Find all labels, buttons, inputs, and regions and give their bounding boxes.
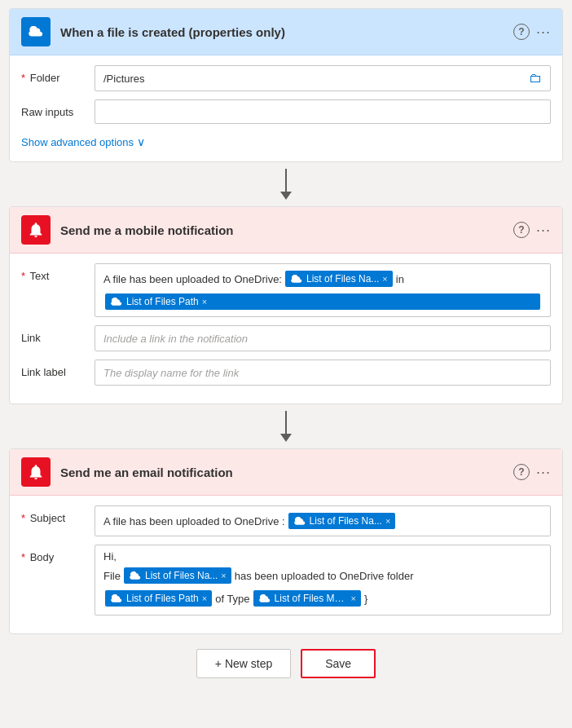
onedrive-icon-body1 xyxy=(129,569,142,582)
save-button[interactable]: Save xyxy=(301,649,376,678)
arrow-line-1 xyxy=(285,169,287,192)
chip-body-close-2[interactable]: × xyxy=(202,593,207,603)
body-line-3: List of Files Path × of Type List of Fil… xyxy=(103,589,542,608)
trigger-icon xyxy=(21,17,51,46)
show-advanced-button[interactable]: Show advanced options ∨ xyxy=(21,132,145,152)
email-notification-actions: ? ··· xyxy=(513,464,551,481)
subject-label: * Subject xyxy=(21,505,95,524)
text-field-label: * Text xyxy=(21,263,95,282)
body-line-2: File List of Files Na... × has been uplo… xyxy=(103,566,542,585)
body-field-row: * Body Hi, File xyxy=(21,545,551,615)
mobile-notification-menu-icon[interactable]: ··· xyxy=(536,222,551,239)
chip-close-1[interactable]: × xyxy=(382,274,387,284)
body-uploaded: has been uploaded to OneDrive folder xyxy=(235,570,414,582)
arrow-connector-1 xyxy=(280,162,292,206)
body-close-brace: } xyxy=(364,593,367,605)
body-of-type: of Type xyxy=(215,593,249,605)
mobile-notification-help-icon[interactable]: ? xyxy=(513,222,530,238)
raw-inputs-input[interactable] xyxy=(95,99,551,124)
email-notification-menu-icon[interactable]: ··· xyxy=(536,464,551,481)
trigger-title: When a file is created (properties only) xyxy=(60,25,513,39)
folder-label: * Folder xyxy=(21,65,95,84)
trigger-menu-icon[interactable]: ··· xyxy=(536,24,551,41)
trigger-body: * Folder /Pictures 🗀 Raw inputs Show adv… xyxy=(10,55,562,161)
chip-files-name-1: List of Files Na... × xyxy=(285,271,393,287)
chip-subject-1: List of Files Na... × xyxy=(288,513,396,529)
email-notification-icon xyxy=(21,457,51,487)
mobile-notification-body: * Text A file has been uploaded to OneDr… xyxy=(10,254,562,404)
email-notification-card: Send me an email notification ? ··· * Su… xyxy=(9,448,563,634)
chevron-down-icon: ∨ xyxy=(137,135,145,148)
folder-input[interactable]: /Pictures 🗀 xyxy=(95,65,551,91)
email-notification-help-icon[interactable]: ? xyxy=(513,464,530,480)
email-notification-title: Send me an email notification xyxy=(60,465,513,479)
bottom-actions: + New step Save xyxy=(9,649,563,678)
chip-body-label-3: List of Files Me... xyxy=(275,593,348,604)
chip-body-1: List of Files Na... × xyxy=(124,567,231,584)
subject-field-row: * Subject A file has been uploaded to On… xyxy=(21,505,551,536)
onedrive-icon-chip-subject xyxy=(293,514,306,527)
mobile-notification-icon xyxy=(21,215,51,245)
chip-body-3: List of Files Me... × xyxy=(253,590,361,607)
onedrive-icon-body3 xyxy=(258,592,271,605)
body-line-1: Hi, xyxy=(103,550,542,563)
chip-label-2: List of Files Path xyxy=(126,296,199,307)
raw-inputs-field-row: Raw inputs xyxy=(21,99,551,124)
trigger-help-icon[interactable]: ? xyxy=(513,24,530,40)
onedrive-icon-body2 xyxy=(110,592,123,605)
trigger-card: When a file is created (properties only)… xyxy=(9,8,563,162)
body-input[interactable]: Hi, File List of Files Na... × xyxy=(95,545,551,615)
link-label: Link xyxy=(21,325,95,344)
link-label-label: Link label xyxy=(21,360,95,378)
arrow-connector-2 xyxy=(280,404,292,448)
body-label: * Body xyxy=(21,545,95,563)
chip-body-close-3[interactable]: × xyxy=(351,593,356,603)
mobile-notification-actions: ? ··· xyxy=(513,222,551,239)
chip-files-path-1: List of Files Path × xyxy=(105,293,540,310)
subject-input[interactable]: A file has been uploaded to OneDrive : L… xyxy=(95,505,551,536)
chip-body-label-1: List of Files Na... xyxy=(145,570,218,581)
folder-field-row: * Folder /Pictures 🗀 xyxy=(21,65,551,91)
trigger-card-header: When a file is created (properties only)… xyxy=(10,9,562,55)
arrow-head-1 xyxy=(280,192,292,200)
new-step-button[interactable]: + New step xyxy=(196,649,291,678)
text-prefix: A file has been uploaded to OneDrive: xyxy=(103,273,282,285)
body-hi: Hi, xyxy=(103,550,117,563)
mobile-notification-card: Send me a mobile notification ? ··· * Te… xyxy=(9,206,563,404)
raw-inputs-label: Raw inputs xyxy=(21,99,95,118)
chip-body-label-2: List of Files Path xyxy=(126,593,199,604)
link-label-input[interactable]: The display name for the link xyxy=(95,360,551,386)
text-field-row: * Text A file has been uploaded to OneDr… xyxy=(21,263,551,317)
body-file-text: File xyxy=(103,570,121,582)
chip-body-close-1[interactable]: × xyxy=(221,571,226,580)
chip-subject-close[interactable]: × xyxy=(385,516,390,526)
link-input[interactable]: Include a link in the notification xyxy=(95,325,551,351)
trigger-header-actions: ? ··· xyxy=(513,24,551,41)
chip-subject-label: List of Files Na... xyxy=(310,515,382,527)
onedrive-icon-chip2 xyxy=(110,295,123,308)
folder-browse-icon[interactable]: 🗀 xyxy=(529,71,542,86)
mobile-notification-title: Send me a mobile notification xyxy=(60,223,513,237)
subject-prefix: A file has been uploaded to OneDrive : xyxy=(103,515,285,527)
arrow-head-2 xyxy=(280,434,292,442)
chip-close-2[interactable]: × xyxy=(202,297,207,307)
link-field-row: Link Include a link in the notification xyxy=(21,325,551,351)
email-notification-body: * Subject A file has been uploaded to On… xyxy=(10,496,562,633)
email-notification-header: Send me an email notification ? ··· xyxy=(10,449,562,496)
onedrive-icon-chip1 xyxy=(290,272,303,285)
chip-body-2: List of Files Path × xyxy=(105,590,212,607)
text-field-input[interactable]: A file has been uploaded to OneDrive: Li… xyxy=(95,263,551,317)
link-label-field-row: Link label The display name for the link xyxy=(21,360,551,386)
arrow-line-2 xyxy=(285,411,287,434)
mobile-notification-header: Send me a mobile notification ? ··· xyxy=(10,207,562,254)
text-between: in xyxy=(396,273,404,285)
chip-label-1: List of Files Na... xyxy=(306,273,379,285)
